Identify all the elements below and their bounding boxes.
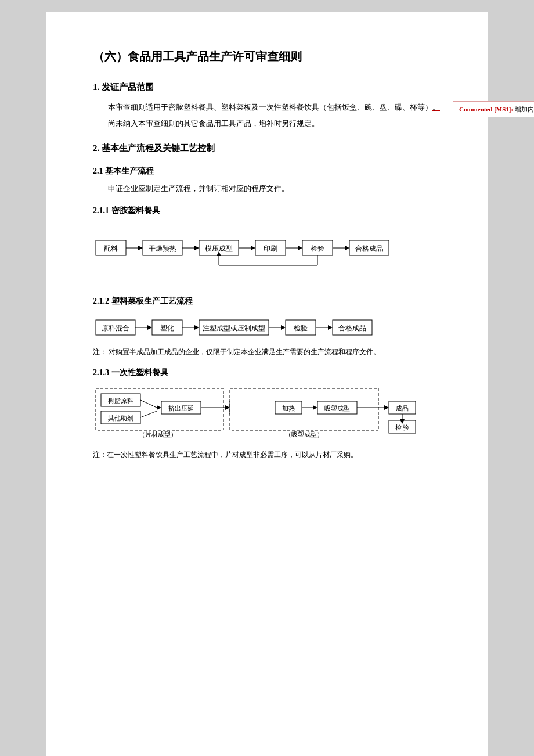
section2-title: 2. 基本生产流程及关键工艺控制 [93,141,441,156]
svg-marker-11 [251,246,255,250]
svg-marker-33 [194,325,199,330]
svg-text:吸塑成型: 吸塑成型 [324,405,350,412]
document-page: （六）食品用工具产品生产许可审查细则 1. 发证产品范围 本审查细则适用于密胺塑… [46,12,488,756]
section1-title: 1. 发证产品范围 [93,80,441,95]
svg-text:其他助剂: 其他助剂 [108,415,134,422]
svg-text:模压成型: 模压成型 [205,244,233,253]
svg-text:检验: 检验 [311,244,324,253]
svg-marker-19 [345,246,349,250]
comment-text: 增加内容 [515,106,534,113]
diagram-211-main-row: 配料 干燥预热 模压成型 印刷 [93,226,441,278]
section211-title: 2.1.1 密胺塑料餐具 [93,204,441,218]
svg-marker-70 [384,405,389,410]
diagram-212-svg: 原料混合 塑化 注塑成型或压制成型 检验 合格成品 [93,314,418,341]
comment-bubble: Commented [MS1]: 增加内容 [453,101,534,118]
diagram-213: 树脂原料 其他助剂 （片材成型） 挤出压延 片材 [93,386,441,444]
svg-text:（吸塑成型）: （吸塑成型） [285,431,323,438]
svg-text:树脂原料: 树脂原料 [108,397,134,404]
svg-text:印刷: 印刷 [264,244,277,253]
svg-text:干燥预热: 干燥预热 [149,244,176,253]
svg-text:检 验: 检 验 [395,424,410,431]
svg-text:注塑成型或压制成型: 注塑成型或压制成型 [203,324,265,332]
svg-text:成品: 成品 [396,405,409,412]
main-title: （六）食品用工具产品生产许可审查细则 [93,46,441,66]
svg-marker-3 [138,246,143,250]
diagram-211-svg: 配料 干燥预热 模压成型 印刷 [93,232,430,272]
section21-title: 2.1 基本生产流程 [93,164,441,178]
svg-marker-15 [298,246,302,250]
section21-body: 申证企业应制定生产流程，并制订相对应的程序文件。 [93,182,441,196]
svg-text:加热: 加热 [282,405,295,412]
svg-text:配料: 配料 [104,244,118,253]
section1-para1: 本审查细则适用于密胺塑料餐具、塑料菜板及一次性塑料餐饮具（包括饭盒、碗、盘、碟、… [93,101,441,114]
svg-marker-7 [194,246,199,250]
section213-note: 注：在一次性塑料餐饮具生产工艺流程中，片材成型非必需工序，可以从片材厂采购。 [93,449,441,460]
comment-label: Commented [MS1]: [459,106,513,113]
section213-title: 2.1.3 一次性塑料餐具 [93,366,441,380]
svg-marker-41 [328,325,333,330]
svg-text:塑化: 塑化 [160,324,174,332]
svg-text:合格成品: 合格成品 [355,244,383,253]
svg-text:（片材成型）: （片材成型） [139,431,177,438]
svg-text:挤出压延: 挤出压延 [168,405,194,412]
section212-title: 2.1.2 塑料菜板生产工艺流程 [93,294,441,308]
svg-text:合格成品: 合格成品 [338,324,366,332]
svg-text:原料混合: 原料混合 [102,324,129,332]
section1-para1-container: 本审查细则适用于密胺塑料餐具、塑料菜板及一次性塑料餐饮具（包括饭盒、碗、盘、碟、… [93,101,441,114]
diagram-212: 原料混合 塑化 注塑成型或压制成型 检验 合格成品 [93,314,441,341]
svg-marker-29 [147,325,152,330]
section212-note: 注： 对购置半成品加工成品的企业，仅限于制定本企业满足生产需要的生产流程和程序文… [93,347,441,358]
section1-para2: 尚未纳入本审查细则的其它食品用工具产品，增补时另行规定。 [93,117,441,131]
svg-text:检验: 检验 [294,324,308,332]
diagram-213-svg: 树脂原料 其他助剂 （片材成型） 挤出压延 片材 [93,386,441,444]
svg-marker-56 [225,405,230,410]
svg-marker-37 [281,325,286,330]
commented-text: 。 [432,103,440,111]
diagram-211: 配料 干燥预热 模压成型 印刷 [93,226,441,278]
